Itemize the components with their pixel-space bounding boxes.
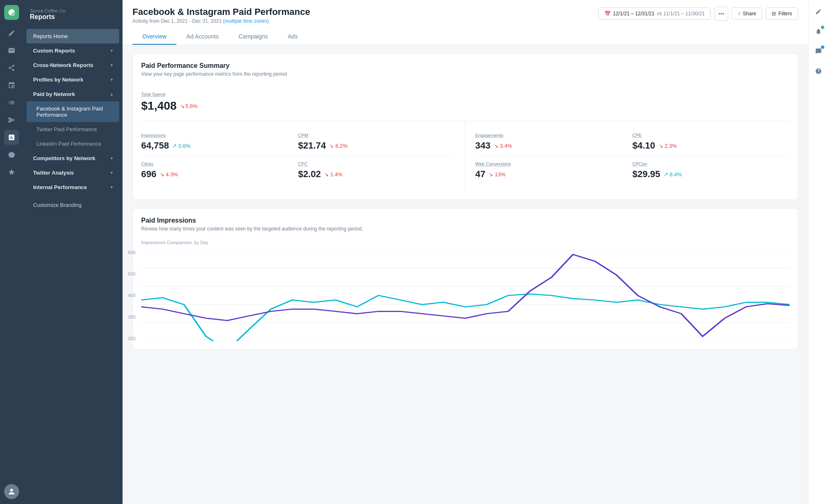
cpc-change: ↘ 1.4%: [324, 171, 342, 178]
left-rail: [0, 0, 23, 504]
cpcon-value: $29.95 ↗ 8.4%: [633, 169, 790, 180]
filters-button[interactable]: ⊟ Filters: [765, 7, 798, 20]
more-options-button[interactable]: •••: [714, 7, 728, 21]
notifications-icon[interactable]: [812, 25, 825, 38]
share-icon: ↑: [738, 11, 740, 17]
metrics-right: Engagements 343 ↘ 3.4% CPE $4.10 ↘ 2.3%: [465, 121, 789, 191]
y-axis-300: 300: [128, 314, 135, 319]
cpe-metric: CPE $4.10 ↘ 2.3%: [633, 133, 790, 151]
sidebar-item-twitter-analysis[interactable]: Twitter Analysis ▾: [26, 166, 119, 180]
y-axis-200: 200: [128, 336, 135, 341]
engagements-change: ↘ 3.4%: [494, 143, 512, 149]
clicks-label: Clicks: [141, 161, 298, 166]
nav-bot-icon[interactable]: [4, 147, 19, 162]
impressions-value: 64,758 ↗ 0.6%: [141, 140, 298, 151]
nav-pin-icon[interactable]: [4, 78, 19, 93]
cpm-value: $21.74 ↘ 6.2%: [298, 140, 455, 151]
chat-icon[interactable]: [812, 45, 825, 58]
total-spend-section: Total Spend $1,408 ↘ 5.6%: [141, 85, 789, 121]
cpe-value: $4.10 ↘ 2.3%: [633, 140, 790, 151]
sidebar-brand: Sprout Coffee Co. Reports: [23, 7, 123, 29]
edit-profile-icon[interactable]: [812, 5, 825, 18]
sidebar-item-twitter-paid[interactable]: Twitter Paid Performance: [26, 122, 119, 137]
teal-line: [141, 294, 789, 341]
nav-list-icon[interactable]: [4, 95, 19, 110]
sidebar-item-internal-performance[interactable]: Internal Performance ▾: [26, 180, 119, 194]
web-conversions-value: 47 ↘ 13%: [475, 169, 633, 180]
metrics-row-webconv-cpcon: Web Conversions 47 ↘ 13% CPCon $29.95 ↗ …: [475, 156, 789, 185]
timezone-link[interactable]: multiple time zones: [225, 18, 267, 24]
user-avatar[interactable]: [4, 484, 19, 499]
share-button[interactable]: ↑ Share: [732, 7, 762, 20]
web-conversions-metric: Web Conversions 47 ↘ 13%: [475, 161, 633, 180]
y-axis-400: 400: [128, 293, 135, 298]
sidebar-item-reports-home[interactable]: Reports Home: [26, 29, 119, 43]
chevron-down-icon: ▾: [111, 156, 113, 161]
nav-inbox-icon[interactable]: [4, 43, 19, 58]
reports-section-label: Reports: [30, 13, 116, 21]
chevron-down-icon: ▾: [111, 77, 113, 82]
ellipsis-icon: •••: [718, 11, 724, 17]
cpcon-label: CPCon: [633, 161, 790, 166]
company-name: Sprout Coffee Co.: [30, 8, 116, 13]
nav-analytics-icon[interactable]: [4, 130, 19, 145]
cpcon-metric: CPCon $29.95 ↗ 8.4%: [633, 161, 790, 180]
date-range-value: 12/1/21 – 12/31/21: [613, 11, 655, 17]
total-spend-change: ↘ 5.6%: [180, 103, 198, 109]
tab-ads[interactable]: Ads: [278, 29, 308, 45]
clicks-value: 696 ↘ 4.3%: [141, 169, 298, 180]
cpc-value: $2.02 ↘ 1.4%: [298, 169, 455, 180]
page-title: Facebook & Instagram Paid Performance: [132, 7, 310, 17]
help-icon[interactable]: [812, 65, 825, 78]
tab-bar: Overview Ad Accounts Campaigns Ads: [132, 29, 798, 45]
sidebar: Sprout Coffee Co. Reports Reports Home C…: [23, 0, 123, 504]
date-range-button[interactable]: 📅 12/1/21 – 12/31/21 vs 11/1/21 – 11/30/…: [598, 7, 711, 20]
nav-send-icon[interactable]: [4, 113, 19, 127]
chevron-down-icon: ▾: [111, 185, 113, 190]
nav-compose-icon[interactable]: [4, 26, 19, 41]
right-panel: [808, 0, 828, 504]
nav-star-icon[interactable]: [4, 165, 19, 180]
metrics-row-impressions-cpm: Impressions 64,758 ↗ 0.6% CPM $21.74 ↘ 6…: [141, 128, 455, 156]
sidebar-item-linkedin-paid[interactable]: LinkedIn Paid Performance: [26, 137, 119, 151]
web-conversions-change: ↘ 13%: [489, 171, 505, 178]
sidebar-item-customize-branding[interactable]: Customize Branding: [26, 198, 119, 212]
sidebar-item-fb-ig-paid[interactable]: Facebook & Instagram Paid Performance: [26, 101, 119, 122]
page-subtitle: Activity from Dec 1, 2021 - Dec 31, 2021…: [132, 18, 310, 24]
impressions-card-subtitle: Review how many times your content was s…: [141, 226, 789, 232]
sidebar-item-custom-reports[interactable]: Custom Reports ▾: [26, 43, 119, 58]
title-group: Facebook & Instagram Paid Performance Ac…: [132, 7, 310, 24]
cpm-metric: CPM $21.74 ↘ 6.2%: [298, 133, 455, 151]
metrics-row-engagements-cpe: Engagements 343 ↘ 3.4% CPE $4.10 ↘ 2.3%: [475, 128, 789, 156]
purple-line: [141, 254, 789, 336]
total-spend-value: $1,408 ↘ 5.6%: [141, 99, 789, 113]
chevron-down-icon: ▾: [111, 170, 113, 175]
metrics-left: Impressions 64,758 ↗ 0.6% CPM $21.74 ↘ 6…: [141, 121, 465, 191]
sidebar-item-profiles-by-network[interactable]: Profiles by Network ▾: [26, 72, 119, 87]
cpcon-change: ↗ 8.4%: [664, 171, 682, 178]
chevron-down-icon: ▾: [111, 63, 113, 67]
notification-badge: [821, 26, 824, 29]
chart-label: Impressions Comparison, by Day: [141, 240, 789, 245]
metrics-row-clicks-cpc: Clicks 696 ↘ 4.3% CPC $2.02 ↘ 1.4%: [141, 156, 455, 185]
sidebar-item-competitors-by-network[interactable]: Competitors by Network ▾: [26, 151, 119, 166]
cpc-metric: CPC $2.02 ↘ 1.4%: [298, 161, 455, 180]
tab-ad-accounts[interactable]: Ad Accounts: [176, 29, 229, 45]
content-area: Paid Performance Summary View your key p…: [123, 45, 808, 504]
sidebar-item-paid-by-network[interactable]: Paid by Network ▴: [26, 87, 119, 101]
clicks-change: ↘ 4.3%: [160, 171, 178, 178]
impressions-metric: Impressions 64,758 ↗ 0.6%: [141, 133, 298, 151]
tab-campaigns[interactable]: Campaigns: [229, 29, 278, 45]
paid-impressions-card: Paid Impressions Review how many times y…: [132, 208, 798, 350]
cpc-label: CPC: [298, 161, 455, 166]
cpm-change: ↘ 6.2%: [329, 143, 347, 149]
summary-card-subtitle: View your key page performance metrics f…: [141, 71, 789, 77]
impressions-card-title: Paid Impressions: [141, 217, 789, 224]
page-header: Facebook & Instagram Paid Performance Ac…: [123, 0, 808, 45]
nav-social-icon[interactable]: [4, 60, 19, 75]
tab-overview[interactable]: Overview: [132, 29, 176, 45]
summary-card-title: Paid Performance Summary: [141, 62, 789, 70]
calendar-icon: 📅: [604, 11, 611, 17]
sidebar-item-cross-network[interactable]: Cross-Network Reports ▾: [26, 58, 119, 72]
chevron-up-icon: ▴: [111, 92, 113, 96]
